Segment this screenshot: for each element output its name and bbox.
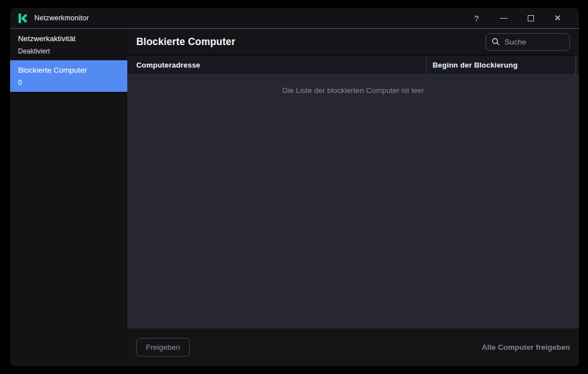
page-title: Blockierte Computer <box>136 36 235 48</box>
app-window: Netzwerkmonitor ? ✕ Netzwerkaktivität De… <box>10 8 579 366</box>
sidebar-item-label: Netzwerkaktivität <box>18 34 119 43</box>
sidebar: Netzwerkaktivität Deaktiviert Blockierte… <box>10 29 127 366</box>
maximize-button[interactable] <box>517 8 544 28</box>
column-header-computeradresse[interactable]: Computeradresse <box>127 56 426 74</box>
column-header-beginn-der-blockierung[interactable]: Beginn der Blockierung <box>426 56 576 74</box>
close-button[interactable]: ✕ <box>544 8 571 28</box>
minimize-button[interactable] <box>490 8 517 28</box>
footer-bar: Freigeben Alle Computer freigeben <box>127 328 579 366</box>
search-input[interactable] <box>505 38 564 46</box>
column-label: Computeradresse <box>136 61 201 69</box>
release-all-button[interactable]: Alle Computer freigeben <box>482 343 570 351</box>
help-button[interactable]: ? <box>463 8 490 28</box>
main-panel: Blockierte Computer Computeradresse Begi… <box>127 29 579 366</box>
titlebar: Netzwerkmonitor ? ✕ <box>10 8 579 28</box>
sidebar-item-netzwerkaktivitaet[interactable]: Netzwerkaktivität Deaktiviert <box>10 29 127 60</box>
search-box[interactable] <box>485 33 570 51</box>
help-icon: ? <box>474 14 479 23</box>
table-header: Computeradresse Beginn der Blockierung <box>127 55 579 75</box>
sidebar-item-status: 0 <box>18 79 119 87</box>
sidebar-item-blockierte-computer[interactable]: Blockierte Computer 0 <box>10 60 127 92</box>
sidebar-item-status: Deaktiviert <box>18 47 119 55</box>
search-icon <box>492 38 500 46</box>
close-icon: ✕ <box>554 13 562 23</box>
window-title: Netzwerkmonitor <box>34 14 89 22</box>
release-button[interactable]: Freigeben <box>136 338 190 357</box>
column-label: Beginn der Blockierung <box>433 61 518 69</box>
empty-list-message: Die Liste der blockierten Computer ist l… <box>282 86 424 95</box>
sidebar-item-label: Blockierte Computer <box>18 66 119 74</box>
minimize-icon <box>500 18 507 19</box>
kaspersky-logo-icon <box>18 14 28 23</box>
maximize-icon <box>528 15 534 21</box>
main-header: Blockierte Computer <box>127 29 579 55</box>
blocked-computers-list: Die Liste der blockierten Computer ist l… <box>127 75 579 328</box>
window-content: Netzwerkaktivität Deaktiviert Blockierte… <box>10 29 579 366</box>
scrollbar-gutter <box>576 56 579 74</box>
